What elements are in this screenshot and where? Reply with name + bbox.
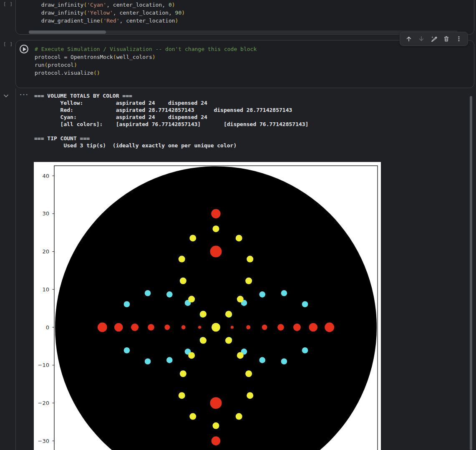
scatter-dot-cyan [145,290,151,296]
scatter-dot-yellow [213,422,219,429]
scatter-dot-red [98,323,107,332]
scatter-dot-yellow [180,278,186,284]
scatter-dot-cyan [259,357,265,363]
code-line: run(protocol) [35,61,257,69]
edit-with-ai-pencil-icon[interactable] [430,35,438,43]
scatter-dot-yellow [188,352,195,359]
scatter-dot-yellow [213,324,219,331]
scatter-dot-red [212,436,221,445]
scatter-dot-red [211,209,220,218]
scatter-dot-yellow [188,296,195,303]
scatter-dot-red [181,325,186,329]
scatter-dot-red [164,325,170,330]
scatter-dot-cyan [281,358,287,364]
y-tick-label: 20 [42,248,49,255]
delete-cell-trash-icon[interactable] [443,35,450,43]
scatter-dot-red [148,324,154,331]
code-line: draw_infinity('Cyan', center_location, 0… [35,1,185,9]
scatter-dot-cyan [281,290,287,296]
scatter-dot-yellow [245,370,252,377]
y-tick-label: 30 [42,210,49,217]
scatter-dot-yellow [200,311,207,317]
scatter-dot-yellow [236,413,242,420]
cell1-horizontal-scrollbar[interactable] [29,30,458,34]
scatter-dot-red [309,323,317,332]
output-options-ellipsis-icon[interactable]: ••• [20,93,29,97]
scatter-dot-cyan [124,301,130,307]
code-line: draw_gradient_line('Red', center_locatio… [35,17,185,25]
cell1-code-editor[interactable]: draw_infinity('Cyan', center_location, 0… [35,1,185,25]
scatter-dot-yellow [189,413,196,420]
code-line: protocol.visualize() [35,69,257,77]
output-collapse-chevron-icon[interactable] [3,92,9,97]
scatter-dot-yellow [213,225,219,232]
matplotlib-figure-output: 403020100−10−20−30 [34,162,381,450]
scatter-dot-yellow [237,352,244,359]
scatter-dot-cyan [124,347,130,354]
scatter-dot-red [210,246,222,258]
output-area-left-border [15,88,16,450]
scatter-dot-cyan [145,358,151,364]
scatter-dot-yellow [225,311,232,317]
code-line: # Execute Simulation / Visualization -- … [35,45,257,53]
scatter-dot-red [114,323,123,332]
scatter-dot-cyan [166,357,173,363]
y-tick-label: 0 [46,324,49,331]
code-cell-1[interactable]: draw_infinity('Cyan', center_location, 0… [15,0,474,35]
y-tick-label: 10 [42,286,49,293]
scatter-dot-yellow [247,392,253,399]
scatter-dot-yellow [237,296,244,303]
move-cell-down-icon[interactable] [418,35,425,43]
run-cell-button[interactable] [20,45,28,53]
code-line: draw_infinity('Yellow', center_location,… [35,9,185,17]
scatter-dot-yellow [225,337,232,344]
scatter-dot-yellow [245,278,252,284]
scatter-dot-yellow [179,256,185,263]
notebook-vertical-scrollbar[interactable] [470,96,472,450]
scatter-dot-yellow [189,235,196,241]
scatter-dot-red [293,324,301,331]
scatter-dot-red [277,324,284,331]
scatter-dot-red [210,397,222,409]
scatter-dot-yellow [236,235,242,241]
code-line: protocol = OpentronsMock(well_colors) [35,53,257,61]
y-tick-label: 40 [42,173,49,179]
scatter-plot: 403020100−10−20−30 [34,162,381,450]
scatter-dot-yellow [200,337,207,344]
code-cell-2[interactable]: # Execute Simulation / Visualization -- … [15,40,474,88]
scatter-dot-red [325,323,334,332]
scatter-dot-cyan [259,291,265,298]
scatter-dot-red [198,326,201,329]
more-options-kebab-icon[interactable] [455,35,463,43]
move-cell-up-icon[interactable] [405,35,413,43]
scatter-dot-cyan [166,291,173,298]
y-tick-label: −10 [38,362,49,368]
scatter-dot-red [246,325,250,329]
scatter-dot-yellow [247,256,253,263]
scatter-dot-yellow [180,370,186,377]
cell2-code-editor[interactable]: # Execute Simulation / Visualization -- … [35,45,257,77]
cell1-scrollbar-thumb[interactable] [29,30,106,34]
cell-toolbar [400,32,468,46]
scatter-dot-cyan [302,347,308,354]
scatter-dot-yellow [179,392,185,399]
cell-output-text: === VOLUME TOTALS BY COLOR === Yellow: a… [34,92,308,149]
scatter-dot-red [262,325,267,330]
scatter-dot-red [231,326,234,329]
y-tick-label: −20 [38,400,49,406]
cell2-execution-count[interactable]: [ ] [3,41,13,47]
scatter-dot-red [131,324,139,331]
y-tick-label: −30 [38,438,49,444]
cell1-execution-count[interactable]: [ ] [3,1,13,7]
scatter-dot-cyan [302,301,308,307]
